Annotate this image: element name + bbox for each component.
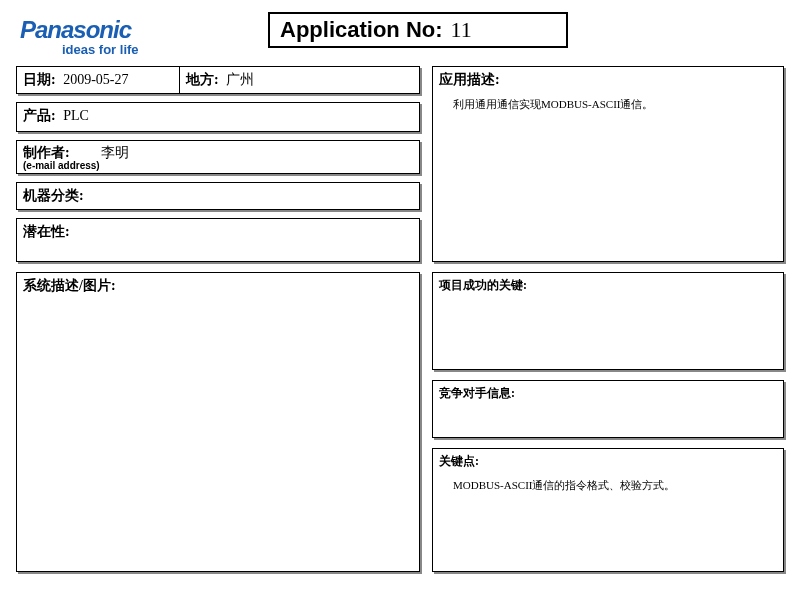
application-number-value: 11 xyxy=(451,17,472,43)
product-label: 产品: xyxy=(23,108,56,123)
logo-tagline: ideas for life xyxy=(62,42,139,57)
potential-label: 潜在性: xyxy=(23,224,70,239)
application-description-label: 应用描述: xyxy=(439,71,777,89)
date-label: 日期: xyxy=(23,72,56,87)
application-number-label: Application No: xyxy=(280,17,443,43)
author-box: 制作者: 李明 (e-mail address) xyxy=(16,140,420,174)
keypoint-box: 关键点: MODBUS-ASCII通信的指令格式、校验方式。 xyxy=(432,448,784,572)
author-label: 制作者: xyxy=(23,145,70,160)
logo-text: Panasonic xyxy=(20,16,139,44)
competitor-info-label: 竞争对手信息: xyxy=(439,385,777,402)
application-description-body: 利用通用通信实现MODBUS-ASCII通信。 xyxy=(439,89,777,112)
brand-logo: Panasonic ideas for life xyxy=(20,16,139,57)
keypoint-body: MODBUS-ASCII通信的指令格式、校验方式。 xyxy=(439,470,777,493)
machine-category-box: 机器分类: xyxy=(16,182,420,210)
product-box: 产品: PLC xyxy=(16,102,420,132)
potential-box: 潜在性: xyxy=(16,218,420,262)
project-success-box: 项目成功的关键: xyxy=(432,272,784,370)
system-description-label: 系统描述/图片: xyxy=(23,277,413,295)
project-success-label: 项目成功的关键: xyxy=(439,277,777,294)
keypoint-label: 关键点: xyxy=(439,453,777,470)
application-description-box: 应用描述: 利用通用通信实现MODBUS-ASCII通信。 xyxy=(432,66,784,262)
author-value: 李明 xyxy=(101,145,129,160)
place-label: 地方: xyxy=(186,72,219,87)
product-value: PLC xyxy=(63,108,89,123)
system-description-box: 系统描述/图片: xyxy=(16,272,420,572)
place-value: 广州 xyxy=(226,72,254,87)
application-number-box: Application No: 11 xyxy=(268,12,568,48)
date-place-box: 日期: 2009-05-27 地方: 广州 xyxy=(16,66,420,94)
date-value: 2009-05-27 xyxy=(63,72,128,87)
machine-category-label: 机器分类: xyxy=(23,188,84,203)
competitor-info-box: 竞争对手信息: xyxy=(432,380,784,438)
author-email-label: (e-mail address) xyxy=(23,160,413,171)
